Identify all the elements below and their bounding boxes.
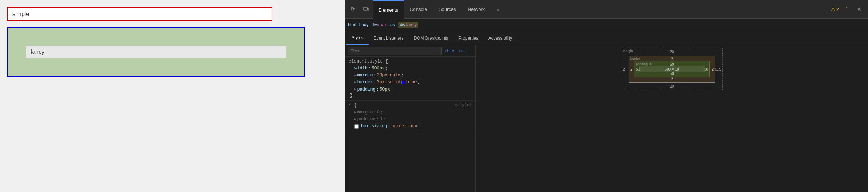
styles-tabs: Styles Event Listeners DOM Breakpoints P… <box>345 31 868 45</box>
more-options-button[interactable]: ⋮ <box>840 3 852 15</box>
color-swatch-blue[interactable] <box>401 81 405 84</box>
tab-sources[interactable]: Sources <box>433 0 462 19</box>
breadcrumb-html[interactable]: html <box>348 22 356 27</box>
filter-hov-button[interactable]: :hov <box>445 49 454 53</box>
expand-padding-star-arrow[interactable]: ▶ <box>354 117 356 122</box>
css-rule-star: * { <style> ▶ margin : 0 ; ▶ padding : 0 <box>345 101 475 133</box>
simple-element: simple <box>7 7 272 21</box>
tab-elements[interactable]: Elements <box>373 0 404 19</box>
warning-count: 2 <box>836 7 839 12</box>
devtools-content: :hov .cls + element.style { width : 500p… <box>345 45 868 192</box>
css-prop-margin: ▶ margin : 20px auto ; <box>349 72 472 79</box>
bm-border-top: 2 <box>671 57 673 61</box>
breadcrumb-body[interactable]: body <box>359 22 369 27</box>
css-prop-box-sizing: box-sizing : border-box ; <box>349 123 472 130</box>
expand-margin-arrow[interactable]: ▶ <box>354 73 356 78</box>
tab-properties[interactable]: Properties <box>453 31 483 45</box>
add-style-rule-button[interactable]: + <box>470 48 472 54</box>
box-model-diagram: margin 20 20 2 102.5 border 2 2 2 2 <box>621 48 723 90</box>
css-prop-padding-star: ▶ padding : 0 ; <box>349 116 472 123</box>
toolbar-right: ⚠ 2 ⋮ ✕ <box>831 3 865 15</box>
breadcrumb: html body div#root div div.fancy <box>345 19 868 31</box>
css-prop-width: width : 500px ; <box>349 65 472 72</box>
bm-padding: padding 50 50 50 50 50 500 × 18 <box>634 61 710 77</box>
bm-margin-left: 2 <box>623 67 625 71</box>
css-rule-element-style: element.style { width : 500px ; ▶ margin… <box>345 57 475 101</box>
bm-margin-top: 20 <box>670 50 674 54</box>
fancy-container: fancy <box>7 27 305 77</box>
box-sizing-checkbox[interactable] <box>354 124 359 129</box>
filter-bar: :hov .cls + <box>345 45 475 57</box>
bm-padding-left: 50 <box>636 67 640 71</box>
bm-margin-bottom: 20 <box>670 84 674 88</box>
bm-margin: margin 20 20 2 102.5 border 2 2 2 2 <box>621 48 723 90</box>
bm-padding-right: 50 <box>704 67 708 71</box>
styles-panel: :hov .cls + element.style { width : 500p… <box>345 45 476 192</box>
tab-dom-breakpoints[interactable]: DOM Breakpoints <box>409 31 453 45</box>
expand-padding-arrow[interactable]: ▶ <box>354 87 356 92</box>
css-selector-star: * { <style> <box>349 103 472 108</box>
box-model-panel: margin 20 20 2 102.5 border 2 2 2 2 <box>476 45 868 192</box>
tab-event-listeners[interactable]: Event Listeners <box>369 31 409 45</box>
device-toggle-icon[interactable] <box>360 3 372 15</box>
breadcrumb-divfancy[interactable]: div.fancy <box>398 22 418 28</box>
svg-rect-1 <box>368 8 369 10</box>
expand-margin-star-arrow[interactable]: ▶ <box>354 110 356 115</box>
tab-network[interactable]: Network <box>462 0 491 19</box>
warning-icon: ⚠ <box>831 7 835 12</box>
filter-cls-button[interactable]: .cls <box>457 49 466 53</box>
close-devtools-button[interactable]: ✕ <box>853 3 865 15</box>
filter-input[interactable] <box>348 47 442 55</box>
browser-viewport: simple fancy <box>0 0 345 192</box>
tab-console[interactable]: Console <box>404 0 433 19</box>
breadcrumb-divroot[interactable]: div#root <box>372 22 387 27</box>
bm-border: border 2 2 2 2 padding 50 50 50 50 50 <box>629 56 715 83</box>
tab-accessibility[interactable]: Accessibility <box>483 31 517 45</box>
devtools-tabs: Elements Console Sources Network » <box>373 0 830 19</box>
inspect-icon[interactable] <box>348 3 360 15</box>
css-selector: element.style { <box>349 59 472 64</box>
warning-badge: ⚠ 2 <box>831 7 839 12</box>
tab-styles[interactable]: Styles <box>346 31 369 45</box>
breadcrumb-div[interactable]: div <box>390 22 395 27</box>
devtools-panel: Elements Console Sources Network » ⚠ 2 ⋮… <box>345 0 868 192</box>
fancy-element: fancy <box>26 46 286 58</box>
fancy-text: fancy <box>31 49 44 55</box>
expand-border-arrow[interactable]: ▶ <box>354 80 356 85</box>
css-prop-margin-star: ▶ margin : 0 ; <box>349 109 472 116</box>
devtools-toolbar: Elements Console Sources Network » ⚠ 2 ⋮… <box>345 0 868 19</box>
css-prop-padding: ▶ padding : 50px ; <box>349 86 472 93</box>
css-prop-border: ▶ border : 2px solid blue ; <box>349 79 472 86</box>
svg-rect-0 <box>364 7 367 10</box>
simple-text: simple <box>12 11 29 17</box>
tab-more[interactable]: » <box>491 0 505 19</box>
